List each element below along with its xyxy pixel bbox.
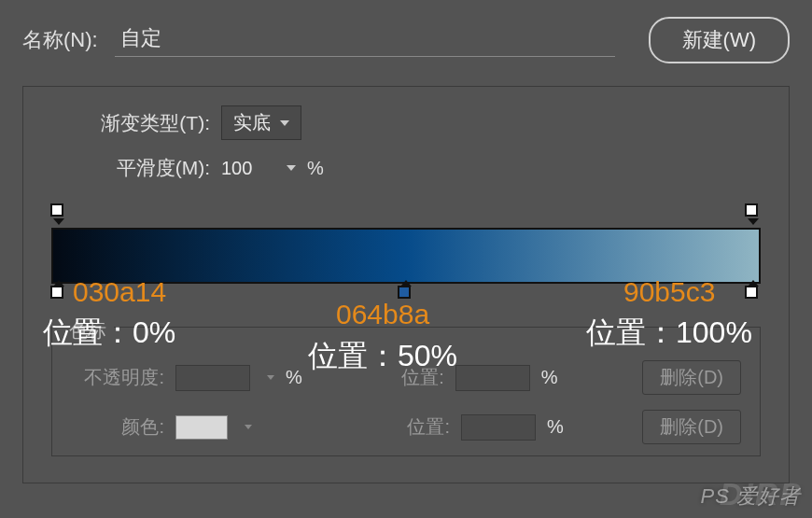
percent-symbol: %	[547, 416, 564, 438]
gradient-bar[interactable]	[51, 228, 761, 284]
location-value[interactable]	[461, 414, 536, 441]
gradient-type-select[interactable]: 实底	[221, 105, 301, 140]
name-label: 名称(N):	[22, 26, 98, 54]
stops-section: 色标 不透明度: % 位置: % 删除(D) 颜色: 位置: % 删除(D)	[51, 327, 761, 456]
percent-symbol: %	[286, 367, 302, 388]
chevron-down-icon	[280, 120, 289, 126]
delete-opacity-button[interactable]: 删除(D)	[642, 360, 741, 395]
opacity-label: 不透明度:	[71, 365, 164, 390]
gradient-type-label: 渐变类型(T):	[79, 110, 210, 136]
name-input[interactable]	[115, 24, 615, 57]
chevron-down-icon	[245, 425, 252, 429]
smoothness-input[interactable]	[221, 158, 275, 179]
gradient-panel: 渐变类型(T): 实底 平滑度(M): % 色标 不透明度: % 位置:	[22, 86, 790, 483]
percent-symbol: %	[307, 158, 324, 179]
new-button[interactable]: 新建(W)	[649, 17, 790, 63]
color-stop[interactable]	[745, 286, 762, 302]
color-label: 颜色:	[71, 414, 164, 440]
gradient-editor	[51, 203, 761, 315]
location-value[interactable]	[455, 365, 530, 391]
color-stop[interactable]	[50, 286, 67, 302]
watermark: PS 爱好者	[701, 483, 801, 511]
smoothness-label: 平滑度(M):	[79, 155, 210, 181]
delete-color-button[interactable]: 删除(D)	[642, 410, 741, 444]
opacity-stop[interactable]	[50, 203, 67, 220]
color-stop[interactable]	[398, 286, 414, 302]
stops-title: 色标	[62, 318, 114, 343]
percent-symbol: %	[541, 367, 558, 388]
opacity-value[interactable]	[175, 365, 250, 391]
opacity-stop[interactable]	[745, 203, 762, 220]
gradient-type-value: 实底	[233, 110, 271, 135]
location-label: 位置:	[351, 365, 444, 390]
location-label: 位置:	[357, 414, 450, 440]
chevron-down-icon	[267, 375, 274, 380]
chevron-down-icon[interactable]	[287, 165, 296, 171]
color-swatch[interactable]	[175, 415, 228, 440]
